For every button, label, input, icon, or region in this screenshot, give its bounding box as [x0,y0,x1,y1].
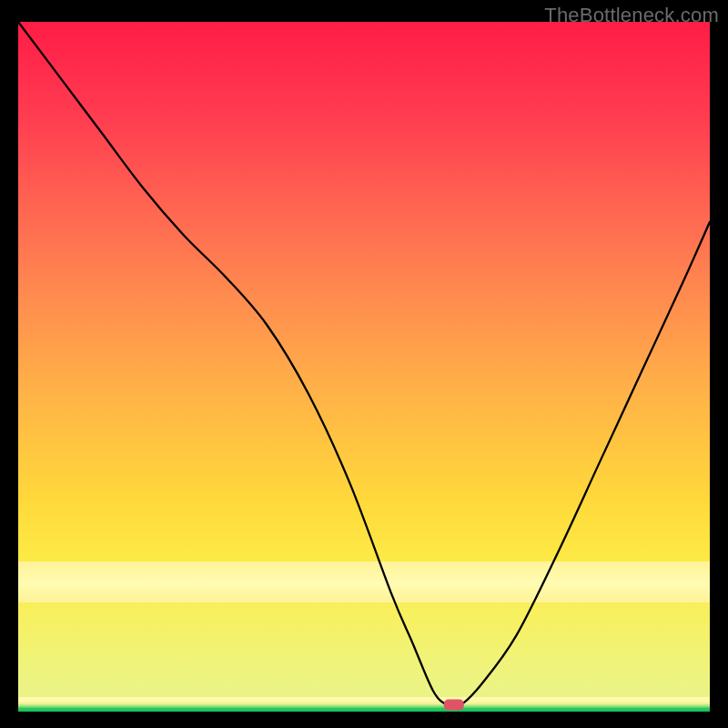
plot-area [18,22,710,712]
curve-layer [18,22,710,712]
chart-stage: TheBottleneck.com [0,0,728,728]
optimal-marker [444,699,464,710]
bottleneck-curve [18,22,710,707]
watermark-text: TheBottleneck.com [544,4,719,27]
